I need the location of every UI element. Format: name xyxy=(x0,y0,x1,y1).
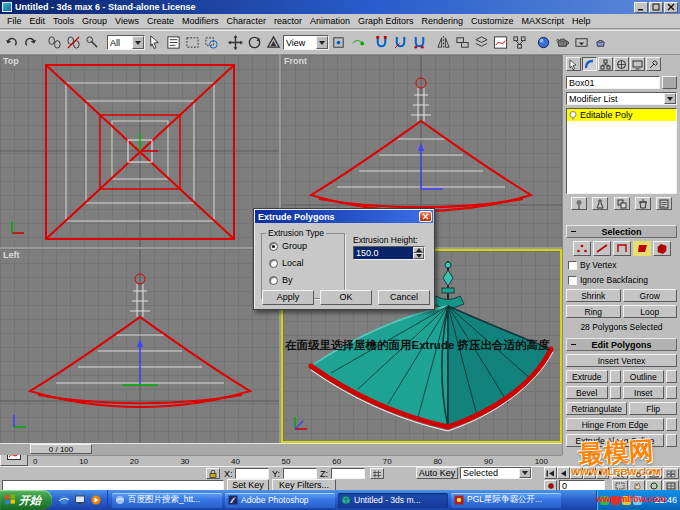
percent-snap-icon[interactable] xyxy=(410,33,429,52)
time-slider[interactable]: 0 / 100 xyxy=(30,444,92,454)
radio-local-row[interactable]: Local xyxy=(269,258,344,268)
radio-group-row[interactable]: Group xyxy=(269,241,344,251)
hinge-from-edge-button[interactable]: Hinge From Edge xyxy=(566,418,664,431)
close-button[interactable] xyxy=(664,2,678,13)
dialog-title-bar[interactable]: Extrude Polygons xyxy=(255,210,433,223)
menu-group[interactable]: Group xyxy=(78,16,111,26)
select-and-scale-icon[interactable] xyxy=(264,33,283,52)
task-starcraft-page[interactable]: PGL星际争霸公开... xyxy=(451,493,561,508)
menu-file[interactable]: File xyxy=(3,16,26,26)
select-and-rotate-icon[interactable] xyxy=(245,33,264,52)
lock-selection-icon[interactable] xyxy=(206,468,220,479)
render-scene-icon[interactable] xyxy=(553,33,572,52)
inset-settings-button[interactable] xyxy=(666,386,677,399)
menu-graph-editors[interactable]: Graph Editors xyxy=(354,16,418,26)
object-name-field[interactable]: Box01 xyxy=(566,76,660,89)
menu-rendering[interactable]: Rendering xyxy=(418,16,468,26)
select-by-name-icon[interactable] xyxy=(164,33,183,52)
menu-edit[interactable]: Edit xyxy=(26,16,50,26)
radio-group[interactable] xyxy=(269,242,278,251)
ring-button[interactable]: Ring xyxy=(566,305,621,318)
layer-manager-icon[interactable] xyxy=(472,33,491,52)
modifier-list-dropdown[interactable]: Modifier List xyxy=(566,92,677,105)
extrusion-height-value[interactable]: 150.0 xyxy=(354,247,413,259)
extrusion-height-spinner[interactable] xyxy=(413,247,424,259)
cancel-button[interactable]: Cancel xyxy=(378,290,430,305)
edge-mode-icon[interactable] xyxy=(593,241,611,256)
grid-toggle-icon[interactable] xyxy=(370,468,384,479)
dialog-close-icon[interactable] xyxy=(419,211,432,222)
minimize-button[interactable] xyxy=(634,2,648,13)
window-crossing-icon[interactable] xyxy=(202,33,221,52)
timeline-ruler[interactable]: 0 10 20 30 40 50 60 70 80 90 100 xyxy=(28,455,562,466)
flip-button[interactable]: Flip xyxy=(629,402,677,415)
apply-button[interactable]: Apply xyxy=(262,290,314,305)
retriangulate-button[interactable]: Retriangulate xyxy=(566,402,627,415)
stack-item-editable-poly[interactable]: Editable Poly xyxy=(567,109,676,121)
extrude-button[interactable]: Extrude xyxy=(566,370,608,383)
radio-local[interactable] xyxy=(269,259,278,268)
render-type-dropdown-icon[interactable] xyxy=(572,33,591,52)
task-adobe-photoshop[interactable]: Adobe Photoshop xyxy=(225,493,335,508)
border-mode-icon[interactable] xyxy=(613,241,631,256)
by-vertex-checkbox-row[interactable]: By Vertex xyxy=(568,259,678,271)
angle-snap-icon[interactable] xyxy=(391,33,410,52)
select-object-icon[interactable] xyxy=(145,33,164,52)
media-player-icon[interactable] xyxy=(89,494,102,507)
undo-icon[interactable] xyxy=(2,33,21,52)
tab-modify-icon[interactable] xyxy=(582,57,597,71)
show-end-result-icon[interactable] xyxy=(592,197,608,210)
key-mode-dropdown[interactable]: Selected xyxy=(460,467,532,479)
menu-animation[interactable]: Animation xyxy=(306,16,354,26)
viewport-left[interactable]: Left xyxy=(0,249,279,443)
inset-button[interactable]: Inset xyxy=(623,386,665,399)
viewport-top[interactable]: Top xyxy=(0,55,279,247)
select-and-move-icon[interactable] xyxy=(226,33,245,52)
select-and-manipulate-icon[interactable] xyxy=(348,33,367,52)
menu-reactor[interactable]: reactor xyxy=(270,16,306,26)
element-mode-icon[interactable] xyxy=(653,241,671,256)
schematic-view-icon[interactable] xyxy=(510,33,529,52)
polygon-mode-icon[interactable] xyxy=(633,241,651,256)
material-editor-icon[interactable] xyxy=(534,33,553,52)
hinge-settings-button[interactable] xyxy=(666,418,677,431)
select-and-link-icon[interactable] xyxy=(45,33,64,52)
task-3dsmax[interactable]: Untitled - 3ds m... xyxy=(338,493,448,508)
object-color-swatch[interactable] xyxy=(662,76,677,89)
menu-character[interactable]: Character xyxy=(222,16,270,26)
menu-views[interactable]: Views xyxy=(111,16,143,26)
x-coordinate-field[interactable] xyxy=(235,468,269,479)
menu-create[interactable]: Create xyxy=(143,16,178,26)
menu-customize[interactable]: Customize xyxy=(467,16,518,26)
tab-display-icon[interactable] xyxy=(630,57,645,71)
start-button[interactable]: 开始 xyxy=(0,490,52,510)
selection-filter-dropdown[interactable]: All xyxy=(107,35,145,50)
extrusion-height-input[interactable]: 150.0 xyxy=(353,246,425,260)
auto-key-button[interactable]: Auto Key xyxy=(416,467,458,479)
radio-by-row[interactable]: By xyxy=(269,275,344,285)
chevron-down-icon[interactable] xyxy=(316,36,328,49)
tab-motion-icon[interactable] xyxy=(614,57,629,71)
tab-create-icon[interactable] xyxy=(566,57,581,71)
task-baidu-image-search[interactable]: 百度图片搜索_htt... xyxy=(112,493,222,508)
pin-stack-icon[interactable] xyxy=(571,197,587,210)
modifier-stack[interactable]: Editable Poly xyxy=(566,108,677,194)
maximize-button[interactable] xyxy=(649,2,663,13)
curve-editor-icon[interactable] xyxy=(491,33,510,52)
bevel-settings-button[interactable] xyxy=(610,386,621,399)
rectangular-region-icon[interactable] xyxy=(183,33,202,52)
align-icon[interactable] xyxy=(453,33,472,52)
ok-button[interactable]: OK xyxy=(320,290,372,305)
chevron-down-icon[interactable] xyxy=(664,93,676,104)
grow-button[interactable]: Grow xyxy=(623,289,678,302)
use-pivot-center-icon[interactable] xyxy=(329,33,348,52)
snap-toggle-icon[interactable] xyxy=(372,33,391,52)
edit-polygons-rollout-header[interactable]: Edit Polygons xyxy=(566,338,677,351)
make-unique-icon[interactable] xyxy=(614,197,630,210)
configure-modifier-sets-icon[interactable] xyxy=(656,197,672,210)
vertex-mode-icon[interactable] xyxy=(573,241,591,256)
quick-render-icon[interactable] xyxy=(591,33,610,52)
unlink-icon[interactable] xyxy=(64,33,83,52)
radio-by[interactable] xyxy=(269,276,278,285)
shrink-button[interactable]: Shrink xyxy=(566,289,621,302)
